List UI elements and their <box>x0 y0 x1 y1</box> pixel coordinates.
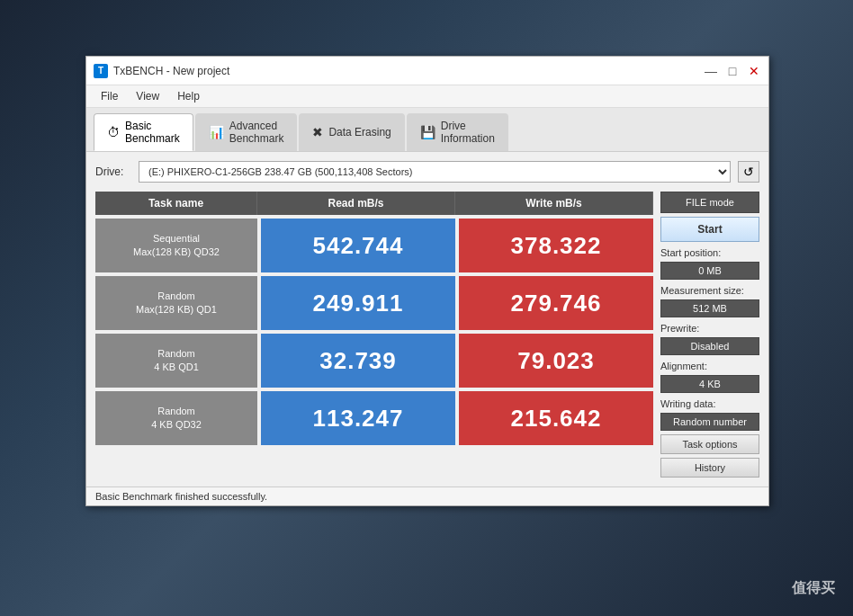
write-value-random-4kb-qd1: 79.023 <box>459 334 653 388</box>
minimize-button[interactable]: — <box>704 64 718 78</box>
titlebar: T TxBENCH - New project — □ ✕ <box>86 57 768 85</box>
tab-drive-information[interactable]: 💾 DriveInformation <box>407 113 508 151</box>
tab-basic-benchmark[interactable]: ⏱ BasicBenchmark <box>94 113 193 151</box>
right-panel: FILE mode Start Start position: 0 MB Mea… <box>660 192 759 478</box>
alignment-label: Alignment: <box>660 361 759 371</box>
task-name-sequential: SequentialMax(128 KB) QD32 <box>95 219 257 272</box>
app-icon: T <box>94 64 108 78</box>
task-name-random-4kb-qd1: Random4 KB QD1 <box>95 334 257 388</box>
task-name-text: RandomMax(128 KB) QD1 <box>136 290 217 317</box>
start-position-value: 0 MB <box>660 262 759 280</box>
titlebar-left: T TxBENCH - New project <box>94 64 229 78</box>
menu-view[interactable]: View <box>129 87 166 105</box>
header-read: Read mB/s <box>257 192 455 215</box>
statusbar: Basic Benchmark finished successfully. <box>86 487 768 505</box>
tab-drive-label: DriveInformation <box>441 120 495 145</box>
menu-file[interactable]: File <box>94 87 125 105</box>
read-value-random-4kb-qd32: 113.247 <box>261 391 455 445</box>
tab-advanced-label: AdvancedBenchmark <box>229 120 284 145</box>
close-button[interactable]: ✕ <box>747 64 761 78</box>
drive-info-icon: 💾 <box>420 125 435 139</box>
history-button[interactable]: History <box>660 458 759 478</box>
table-row: Random4 KB QD32 113.247 215.642 <box>95 391 653 445</box>
task-name-text: Random4 KB QD1 <box>154 347 199 375</box>
table-row: Random4 KB QD1 32.739 79.023 <box>95 334 653 388</box>
table-header: Task name Read mB/s Write mB/s <box>95 192 653 215</box>
drive-select[interactable]: (E:) PHIXERO-C1-256GB 238.47 GB (500,113… <box>139 161 731 183</box>
table-row: SequentialMax(128 KB) QD32 542.744 378.3… <box>95 219 653 272</box>
start-button[interactable]: Start <box>660 217 759 242</box>
write-value-random-128-qd1: 279.746 <box>459 276 653 330</box>
watermark: 值得买 <box>792 579 835 598</box>
tab-data-erasing[interactable]: ✖ Data Erasing <box>299 113 404 151</box>
task-name-random-4kb-qd32: Random4 KB QD32 <box>95 391 257 445</box>
main-window: T TxBENCH - New project — □ ✕ File View … <box>85 56 769 506</box>
status-message: Basic Benchmark finished successfully. <box>95 491 267 502</box>
advanced-benchmark-icon: 📊 <box>209 125 224 139</box>
header-write: Write mB/s <box>455 192 653 215</box>
drive-row: Drive: (E:) PHIXERO-C1-256GB 238.47 GB (… <box>95 161 759 183</box>
read-value-sequential: 542.744 <box>261 219 455 272</box>
tab-advanced-benchmark[interactable]: 📊 AdvancedBenchmark <box>195 113 298 151</box>
window-controls: — □ ✕ <box>704 64 761 78</box>
start-position-label: Start position: <box>660 247 759 258</box>
prewrite-label: Prewrite: <box>660 323 759 334</box>
content-layout: Task name Read mB/s Write mB/s Sequentia… <box>95 192 759 478</box>
data-erasing-icon: ✖ <box>312 125 323 139</box>
writing-data-value: Random number <box>660 413 759 431</box>
header-task-name: Task name <box>95 192 257 215</box>
task-name-text: Random4 KB QD32 <box>151 405 202 433</box>
main-content: Drive: (E:) PHIXERO-C1-256GB 238.47 GB (… <box>86 152 768 487</box>
tab-basic-label: BasicBenchmark <box>125 120 180 145</box>
measurement-size-value: 512 MB <box>660 299 759 317</box>
maximize-button[interactable]: □ <box>725 64 740 78</box>
file-mode-button[interactable]: FILE mode <box>660 192 759 213</box>
write-value-sequential: 378.322 <box>459 219 653 272</box>
drive-label: Drive: <box>95 165 131 178</box>
prewrite-value: Disabled <box>660 337 759 355</box>
tab-bar: ⏱ BasicBenchmark 📊 AdvancedBenchmark ✖ D… <box>86 108 768 152</box>
read-value-random-128-qd1: 249.911 <box>261 276 455 330</box>
tab-erasing-label: Data Erasing <box>328 126 391 138</box>
read-value-random-4kb-qd1: 32.739 <box>261 334 455 388</box>
basic-benchmark-icon: ⏱ <box>107 125 120 139</box>
benchmark-table: Task name Read mB/s Write mB/s Sequentia… <box>95 192 653 478</box>
menubar: File View Help <box>86 85 768 108</box>
task-options-button[interactable]: Task options <box>660 434 759 454</box>
write-value-random-4kb-qd32: 215.642 <box>459 391 653 445</box>
alignment-value: 4 KB <box>660 375 759 393</box>
drive-refresh-button[interactable]: ↺ <box>738 161 759 183</box>
window-title: TxBENCH - New project <box>113 65 229 77</box>
task-name-random-128-qd1: RandomMax(128 KB) QD1 <box>95 276 257 330</box>
menu-help[interactable]: Help <box>170 87 207 105</box>
writing-data-label: Writing data: <box>660 398 759 409</box>
table-row: RandomMax(128 KB) QD1 249.911 279.746 <box>95 276 653 330</box>
measurement-size-label: Measurement size: <box>660 285 759 296</box>
task-name-text: SequentialMax(128 KB) QD32 <box>133 232 220 260</box>
